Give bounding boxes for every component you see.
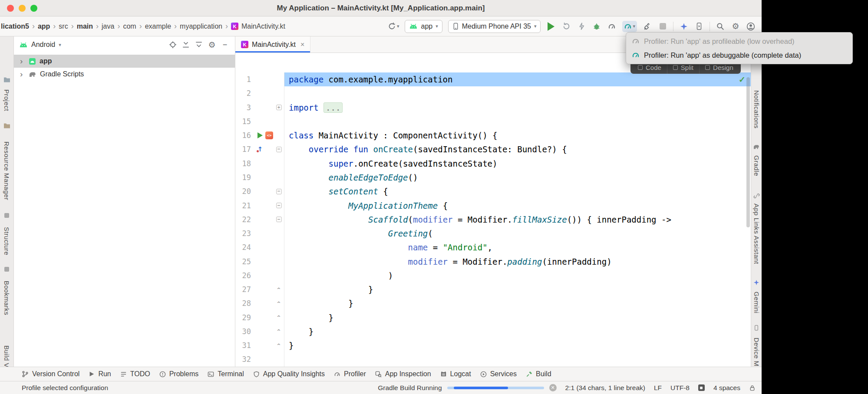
code-line[interactable]: 21− MyApplicationTheme { bbox=[235, 198, 751, 212]
tool-stripe-icon[interactable] bbox=[0, 213, 13, 218]
cancel-build-button[interactable]: ✕ bbox=[549, 384, 557, 391]
apply-code-changes-button[interactable] bbox=[577, 21, 586, 32]
panel-settings-button[interactable]: ⚙ bbox=[207, 40, 217, 49]
profiler-popup-item[interactable]: Profiler: Run 'app' as debuggable (compl… bbox=[626, 48, 852, 62]
override-gutter-icon[interactable] bbox=[256, 145, 264, 153]
collapse-all-button[interactable] bbox=[181, 40, 191, 49]
fold-marker[interactable]: ^ bbox=[274, 300, 284, 307]
profiler-dropdown-button[interactable]: ▾ bbox=[622, 21, 637, 32]
code-line[interactable]: 27^ } bbox=[235, 282, 751, 296]
sidebar-item-notifications[interactable]: Notifications bbox=[751, 88, 762, 131]
run-configuration-select[interactable]: app ▾ bbox=[405, 20, 442, 33]
code-line[interactable]: 20− setContent { bbox=[235, 184, 751, 198]
sidebar-item-app-links-assistant[interactable]: App Links Assistant bbox=[751, 201, 762, 266]
packages-icon[interactable] bbox=[0, 122, 13, 128]
run-gutter-icon[interactable] bbox=[256, 131, 264, 139]
code-line[interactable]: 32 bbox=[235, 352, 751, 366]
caret-position-widget[interactable]: 2:1 (34 chars, 1 line break) bbox=[565, 384, 645, 392]
fold-marker[interactable]: ^ bbox=[274, 314, 284, 321]
breadcrumb-item[interactable]: K java › bbox=[102, 22, 123, 31]
close-tab-icon[interactable]: × bbox=[300, 41, 304, 49]
sync-project-button[interactable]: ▾ bbox=[388, 21, 399, 32]
code-line[interactable]: 15 bbox=[235, 115, 751, 128]
gradle-icon[interactable] bbox=[751, 144, 762, 149]
account-button[interactable] bbox=[746, 21, 756, 32]
sidebar-item-structure[interactable]: Structure bbox=[0, 220, 13, 262]
code-line[interactable]: 22− Scaffold(modifier = Modifier.fillMax… bbox=[235, 213, 751, 227]
code-line[interactable]: 29^ } bbox=[235, 311, 751, 325]
device-select[interactable]: Medium Phone API 35 ▾ bbox=[448, 20, 541, 33]
gemini-toolbar-button[interactable] bbox=[679, 21, 689, 32]
code-line[interactable]: 18 super.onCreate(savedInstanceState) bbox=[235, 157, 751, 171]
attach-debugger-button[interactable] bbox=[643, 21, 652, 32]
breadcrumb-item[interactable]: K MainActivity.kt › bbox=[231, 23, 285, 30]
indent-widget[interactable]: 4 spaces bbox=[713, 384, 740, 392]
code-line[interactable]: 2 bbox=[235, 86, 751, 100]
tool-app-quality-insights[interactable]: App Quality Insights bbox=[253, 370, 325, 378]
tool-run[interactable]: Run bbox=[89, 370, 111, 378]
chevron-right-icon[interactable]: › bbox=[20, 69, 25, 79]
fold-marker[interactable]: − bbox=[274, 217, 284, 222]
code-line[interactable]: 3+import ... bbox=[235, 101, 751, 115]
code-line[interactable]: 26 ) bbox=[235, 269, 751, 282]
fold-marker[interactable]: − bbox=[274, 147, 284, 152]
fold-marker[interactable]: ^ bbox=[274, 286, 284, 293]
editor-tab[interactable]: K MainActivity.kt × bbox=[235, 36, 310, 53]
code-line[interactable]: 30^ } bbox=[235, 325, 751, 338]
stop-button[interactable] bbox=[658, 21, 667, 32]
sidebar-item-bookmarks[interactable]: Bookmarks bbox=[0, 276, 13, 320]
fold-marker[interactable]: ^ bbox=[274, 342, 284, 349]
run-button[interactable] bbox=[546, 21, 556, 32]
line-separator-widget[interactable]: LF bbox=[654, 384, 662, 392]
breadcrumb-item[interactable]: K app › bbox=[38, 22, 59, 31]
debug-button[interactable] bbox=[592, 21, 601, 32]
settings-button[interactable]: ⚙ bbox=[731, 21, 740, 32]
search-everywhere-button[interactable] bbox=[716, 21, 725, 32]
code-line[interactable]: 23 Greeting( bbox=[235, 227, 751, 240]
code-line[interactable]: 24 name = "Android", bbox=[235, 240, 751, 254]
tool-logcat[interactable]: Logcat bbox=[440, 370, 471, 378]
project-view-selector[interactable]: Android bbox=[31, 41, 55, 49]
code-line[interactable]: 19 enableEdgeToEdge() bbox=[235, 171, 751, 184]
breadcrumb-item[interactable]: K example › bbox=[145, 22, 180, 31]
fold-marker[interactable]: ^ bbox=[274, 328, 284, 335]
chevron-right-icon[interactable]: › bbox=[20, 56, 25, 66]
project-tool-icon[interactable] bbox=[0, 76, 13, 82]
breadcrumb-item[interactable]: K src › bbox=[59, 22, 76, 31]
compose-activity-gutter-icon[interactable] bbox=[265, 131, 273, 139]
tool-version-control[interactable]: Version Control bbox=[22, 370, 79, 378]
code-line[interactable]: 16class MainActivity : ComponentActivity… bbox=[235, 128, 751, 142]
breadcrumb-item[interactable]: K main › bbox=[77, 22, 102, 31]
fold-marker[interactable]: − bbox=[274, 203, 284, 208]
tool-terminal[interactable]: Terminal bbox=[208, 370, 244, 378]
editor-scrollbar[interactable] bbox=[746, 77, 750, 227]
sidebar-item-gradle[interactable]: Gradle bbox=[751, 153, 762, 179]
code-line[interactable]: 31^} bbox=[235, 338, 751, 352]
tree-row[interactable]: › app bbox=[14, 55, 235, 68]
apply-changes-button[interactable] bbox=[561, 21, 571, 32]
code-line[interactable]: 17− override fun onCreate(savedInstanceS… bbox=[235, 142, 751, 156]
tool-stripe-icon[interactable] bbox=[0, 266, 13, 272]
tool-profiler[interactable]: Profiler bbox=[334, 370, 366, 378]
breadcrumb-item[interactable]: K lication5 › bbox=[1, 22, 38, 31]
sidebar-item-resource-manager[interactable]: Resource Manager bbox=[0, 135, 13, 207]
breadcrumb-item[interactable]: K com › bbox=[123, 22, 145, 31]
device-manager-icon[interactable] bbox=[751, 325, 762, 331]
status-widget-icon[interactable] bbox=[698, 384, 705, 391]
sidebar-item-gemini[interactable]: Gemini bbox=[751, 289, 762, 316]
link-icon[interactable] bbox=[751, 193, 762, 199]
tool-services[interactable]: Services bbox=[480, 370, 517, 378]
code-line[interactable]: 1package com.example.myapplication bbox=[235, 72, 751, 86]
tool-app-inspection[interactable]: App Inspection bbox=[375, 370, 431, 378]
profiler-popup-item[interactable]: Profiler: Run 'app' as profileable (low … bbox=[626, 34, 852, 48]
gradle-progress[interactable]: Gradle Build Running ✕ bbox=[378, 384, 556, 392]
fold-marker[interactable]: − bbox=[274, 189, 284, 194]
editor-body[interactable]: 1package com.example.myapplication23+imp… bbox=[235, 53, 751, 367]
profile-button[interactable] bbox=[607, 21, 617, 32]
running-devices-button[interactable] bbox=[694, 21, 704, 32]
hide-panel-button[interactable]: − bbox=[220, 40, 230, 49]
tool-todo[interactable]: TODO bbox=[120, 370, 150, 378]
expand-all-button[interactable] bbox=[194, 40, 204, 49]
code-line[interactable]: 28^ } bbox=[235, 296, 751, 310]
code-line[interactable]: 25 modifier = Modifier.padding(innerPadd… bbox=[235, 254, 751, 268]
